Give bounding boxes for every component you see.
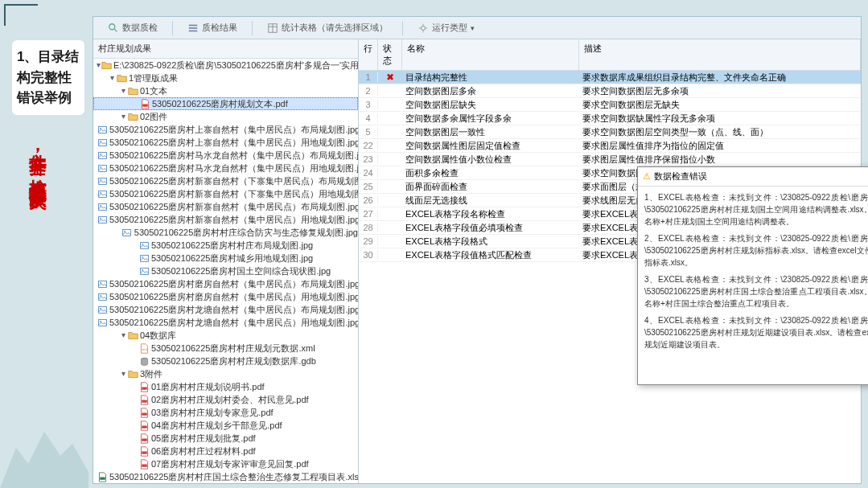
tree-label: 530502106225磨房村新寨自然村（下寨集中居民点）用地规划图.jpg: [109, 187, 358, 200]
tree-row[interactable]: 530502106225磨房村新寨自然村（集中居民点）用地规划图.jpg: [93, 213, 358, 226]
svg-rect-14: [98, 152, 106, 158]
tree-header: 村庄规划成果: [93, 39, 358, 59]
file-tree[interactable]: ▾E:\230825-0922质检\磨房\530502106225磨房村'多规合…: [93, 59, 358, 483]
tree-row[interactable]: 530502106225磨房村城乡用地规划图.jpg: [93, 252, 358, 265]
grid-row[interactable]: 23空间数据属性值小数位检查要求图层属性值排序保留指位小数: [359, 153, 861, 166]
toolbar-label: 运行类型: [432, 22, 467, 34]
tree-label: 530502106225磨房村规划文本.pdf: [152, 97, 288, 110]
tree-row[interactable]: 530502106225磨房村村庄综合防灾与生态修复规划图.jpg: [93, 226, 358, 239]
svg-point-0: [109, 23, 115, 29]
svg-rect-9: [142, 104, 148, 106]
svg-rect-2: [189, 24, 198, 26]
file-icon: [139, 98, 150, 109]
tree-row[interactable]: 05磨房村村庄规划批复.pdf: [93, 432, 358, 445]
svg-rect-4: [189, 30, 198, 31]
svg-rect-30: [140, 255, 148, 261]
tree-row[interactable]: 530502106225磨房村新寨自然村（集中居民点）布局规划图.jpg: [93, 200, 358, 213]
tree-row[interactable]: ▾02图件: [93, 110, 358, 123]
grid-row[interactable]: 5空间数据图层一致性要求空间数据图层空间类型一致（点、线、面）: [359, 125, 861, 139]
table-icon: [267, 23, 278, 34]
file-icon: [138, 265, 150, 277]
file-icon: [138, 355, 150, 367]
grid-col-status: 状态: [378, 39, 402, 70]
tree-row[interactable]: 02磨房村村庄规划村委会、村民意见.pdf: [93, 393, 358, 406]
grid-col-desc: 描述: [579, 39, 861, 70]
grid-row[interactable]: 1✖目录结构完整性要求数据库成果组织目录结构完整、文件夹命名正确: [359, 71, 861, 84]
file-icon: [97, 137, 108, 148]
tree-row[interactable]: 530502106225磨房村村庄国土综合整治生态修复工程项目表.xlsx: [93, 470, 358, 483]
svg-rect-34: [98, 281, 106, 287]
svg-rect-36: [98, 293, 106, 300]
tree-row[interactable]: 530502106225磨房村上寨自然村（集中居民点）用地规划图.jpg: [93, 136, 358, 149]
toolbar-item-stats[interactable]: 统计表格（请先选择区域）: [253, 22, 402, 34]
tree-row[interactable]: 530502106225磨房村村庄布局规划图.jpg: [93, 239, 358, 252]
tree-row[interactable]: 530502106225磨房村龙塘自然村（集中居民点）布局规划图.jpg: [93, 303, 358, 316]
tree-row[interactable]: 04磨房村村庄规划乡干部意见.pdf: [93, 419, 358, 432]
grid-col-name: 名称: [402, 39, 579, 70]
tree-row[interactable]: 07磨房村村庄规划专家评审意见回复.pdf: [93, 457, 358, 470]
tree-label: 3附件: [140, 367, 162, 380]
tree-row[interactable]: 03磨房村村庄规划专家意见.pdf: [93, 406, 358, 419]
error-icon: ✖: [386, 72, 394, 83]
grid-row[interactable]: 3空间数据图层缺失要求空间数据图层无缺失: [359, 98, 861, 112]
tree-label: 02图件: [140, 110, 167, 123]
tree-row[interactable]: 530502106225磨房村磨房自然村（集中居民点）布局规划图.jpg: [93, 277, 358, 290]
tree-row[interactable]: 06磨房村村庄过程材料.pdf: [93, 445, 358, 457]
file-icon: [138, 420, 150, 431]
toolbar: 数据质检 质检结果 统计表格（请先选择区域） 运行类型 ▾: [93, 17, 861, 39]
error-message: 3、EXCEL表格检查：未找到文件：\230825-0922质检\磨房\5305…: [644, 273, 868, 310]
results-pane: 行 状态 名称 描述 1✖目录结构完整性要求数据库成果组织目录结构完整、文件夹命…: [359, 39, 861, 483]
tree-row[interactable]: 530502106225磨房村磨房自然村（集中居民点）用地规划图.jpg: [93, 290, 358, 303]
svg-rect-24: [98, 216, 106, 223]
toolbar-label: 统计表格（请先选择区域）: [282, 22, 388, 34]
file-icon: [121, 227, 133, 238]
tree-label: 530502106225磨房村上寨自然村（集中居民点）用地规划图.jpg: [109, 136, 358, 149]
tree-row[interactable]: 530502106225磨房村新寨自然村（下寨集中居民点）布局规划图.jpg: [93, 174, 358, 187]
magnifier-icon: [108, 23, 119, 34]
grid-row[interactable]: 4空间数据多余属性字段多余要求空间数据缺属性字段无多余项: [359, 112, 861, 125]
grid-row[interactable]: 22空间数据属性图层固定值检查要求图层属性值排序为指位的固定值: [359, 139, 861, 153]
svg-rect-22: [98, 203, 106, 210]
tree-row[interactable]: 530502106225磨房村新寨自然村（下寨集中居民点）用地规划图.jpg: [93, 187, 358, 200]
dialog-titlebar[interactable]: ⚠ 数据检查错误 — □ ✕: [638, 167, 868, 187]
tree-row[interactable]: 530502106225磨房村规划文本.pdf: [93, 97, 358, 110]
list-icon: [187, 23, 199, 34]
tree-label: 1管理版成果: [129, 72, 178, 84]
tree-row[interactable]: ▾04数据库: [93, 329, 358, 342]
svg-rect-12: [98, 139, 106, 146]
grid-row[interactable]: 2空间数据图层多余要求空间数据图层无多余项: [359, 84, 861, 98]
tree-row[interactable]: ▾01文本: [93, 84, 358, 97]
tree-row[interactable]: ▾E:\230825-0922质检\磨房\530502106225磨房村'多规合…: [93, 59, 358, 72]
dialog-body[interactable]: 1、EXCEL表格检查：未找到文件：\230825-0922质检\磨房\5305…: [638, 187, 868, 360]
tree-label: 530502106225磨房村马水龙自然村（集中居民点）布局规划图.jpg: [109, 149, 358, 162]
mountain-decoration: [0, 408, 88, 488]
file-icon: [97, 317, 108, 328]
toolbar-item-runtype[interactable]: 运行类型 ▾: [403, 22, 489, 34]
error-message: 1、EXCEL表格检查：未找到文件：\230825-0922质检\磨房\5305…: [644, 191, 868, 228]
tree-label: 530502106225磨房村上寨自然村（集中居民点）布局规划图.jpg: [109, 123, 358, 136]
tree-row[interactable]: xml530502106225磨房村村庄规划元数据.xml: [93, 342, 358, 355]
gear-icon: [418, 23, 429, 34]
file-icon: [138, 445, 150, 457]
file-icon: [138, 458, 150, 470]
tree-label: 530502106225磨房村城乡用地规划图.jpg: [151, 252, 313, 265]
tree-row[interactable]: 530502106225磨房村马水龙自然村（集中居民点）布局规划图.jpg: [93, 149, 358, 162]
svg-rect-16: [98, 165, 106, 171]
tree-label: E:\230825-0922质检\磨房\530502106225磨房村'多规合一…: [113, 59, 358, 72]
tree-row[interactable]: ▾3附件: [93, 367, 358, 380]
svg-text:xml: xml: [142, 347, 146, 351]
tree-row[interactable]: 530502106225磨房村马水龙自然村（集中居民点）用地规划图.jpg: [93, 162, 358, 174]
tree-label: 530502106225磨房村村庄布局规划图.jpg: [151, 239, 313, 252]
tree-label: 530502106225磨房村龙塘自然村（集中居民点）布局规划图.jpg: [109, 303, 358, 316]
svg-rect-32: [140, 268, 148, 274]
tree-row[interactable]: 530502106225磨房村上寨自然村（集中居民点）布局规划图.jpg: [93, 123, 358, 136]
tree-row[interactable]: 530502106225磨房村龙塘自然村（集中居民点）用地规划图.jpg: [93, 316, 358, 329]
tree-row[interactable]: ▾1管理版成果: [93, 72, 358, 84]
tree-row[interactable]: 01磨房村村庄规划说明书.pdf: [93, 380, 358, 393]
tree-row[interactable]: 530502106225磨房村国土空间综合现状图.jpg: [93, 265, 358, 277]
file-icon: [127, 111, 138, 122]
tree-row[interactable]: 530502106225磨房村村庄规划数据库.gdb: [93, 355, 358, 367]
toolbar-item-check[interactable]: 数据质检: [93, 22, 172, 34]
file-icon: [97, 188, 108, 199]
toolbar-item-result[interactable]: 质检结果: [173, 22, 252, 34]
